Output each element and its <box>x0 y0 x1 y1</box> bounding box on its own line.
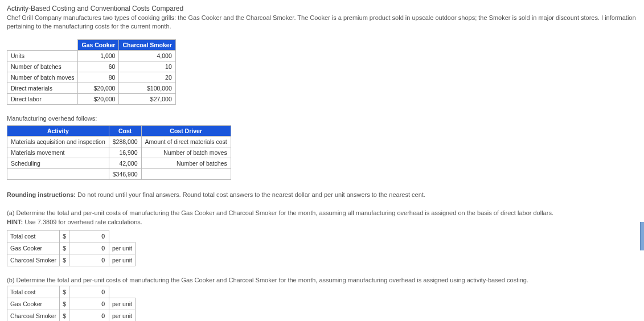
cell-driver: Number of batch moves <box>141 147 231 158</box>
row-total-cost: Total cost <box>7 230 60 242</box>
col-charcoal-smoker: Charcoal Smoker <box>119 39 175 50</box>
overhead-table: Activity Cost Cost Driver Materials acqu… <box>7 125 231 180</box>
col-activity: Activity <box>7 125 109 136</box>
table-row: Charcoal Smoker $ per unit <box>7 310 136 321</box>
row-charcoal-smoker: Charcoal Smoker <box>7 310 60 321</box>
table-row: Number of batch moves 80 20 <box>7 72 176 83</box>
cell-cost: 42,000 <box>109 158 141 168</box>
total-cost-input-b[interactable] <box>72 288 106 296</box>
cell-activity: Scheduling <box>7 158 109 168</box>
cell-value: 20 <box>119 72 175 83</box>
table-row: Number of batches 60 10 <box>7 61 176 72</box>
overhead-heading: Manufacturing overhead follows: <box>7 115 637 122</box>
rounding-instructions: Rounding instructions: Do not round unti… <box>7 191 637 198</box>
problem-description: Chef Grill Company manufactures two type… <box>7 14 637 31</box>
cell-value: $20,000 <box>78 93 119 104</box>
cell-value: $100,000 <box>119 83 175 93</box>
cell-value: $27,000 <box>119 93 175 104</box>
cell-value: 10 <box>119 61 175 72</box>
currency-symbol: $ <box>60 310 69 321</box>
hint-a: HINT: Use 7.3809 for overhead rate calcu… <box>7 219 637 225</box>
table-row: Direct labor $20,000 $27,000 <box>7 93 176 104</box>
row-label: Direct materials <box>7 83 78 93</box>
cell-cost: $288,000 <box>109 136 141 147</box>
row-label: Direct labor <box>7 93 78 104</box>
answer-table-b: Total cost $ Gas Cooker $ per unit Charc… <box>7 286 136 321</box>
cell-activity: Materials acquisition and inspection <box>7 136 109 147</box>
table-row: Gas Cooker $ per unit <box>7 298 136 310</box>
row-label: Number of batch moves <box>7 72 78 83</box>
hint-text: Use 7.3809 for overhead rate calculation… <box>23 219 142 225</box>
table-row: Gas Cooker $ per unit <box>7 242 136 254</box>
rounding-text: Do not round until your final answers. R… <box>76 191 425 198</box>
currency-symbol: $ <box>60 298 69 310</box>
cell-value: 80 <box>78 72 119 83</box>
currency-symbol: $ <box>60 242 69 254</box>
question-a: (a) Determine the total and per-unit cos… <box>7 209 637 216</box>
table-row-total: $346,900 <box>7 168 231 179</box>
cell-driver: Number of batches <box>141 158 231 168</box>
page-title: Activity-Based Costing and Conventional … <box>7 5 637 13</box>
cell-value: $20,000 <box>78 83 119 93</box>
col-gas-cooker: Gas Cooker <box>78 39 119 50</box>
cell-value: 4,000 <box>119 50 175 61</box>
table-row: Materials movement 16,900 Number of batc… <box>7 147 231 158</box>
table-row: Direct materials $20,000 $100,000 <box>7 83 176 93</box>
gas-cooker-input-a[interactable] <box>72 244 106 252</box>
cell-value: 1,000 <box>78 50 119 61</box>
row-gas-cooker: Gas Cooker <box>7 242 60 254</box>
table-row: Charcoal Smoker $ per unit <box>7 254 136 266</box>
hint-label: HINT: <box>7 219 23 225</box>
total-cost-input-a[interactable] <box>72 232 106 240</box>
rounding-label: Rounding instructions: <box>7 191 76 198</box>
cell-total: $346,900 <box>109 168 141 179</box>
per-unit-label: per unit <box>109 242 135 254</box>
table-row: Materials acquisition and inspection $28… <box>7 136 231 147</box>
per-unit-label: per unit <box>109 298 135 310</box>
currency-symbol: $ <box>60 230 69 242</box>
cell-value: 60 <box>78 61 119 72</box>
col-cost-driver: Cost Driver <box>141 125 231 136</box>
table-row: Total cost $ <box>7 286 136 298</box>
right-edge-tab[interactable] <box>640 222 644 250</box>
charcoal-smoker-input-b[interactable] <box>72 312 106 320</box>
row-total-cost: Total cost <box>7 286 60 298</box>
cell-activity: Materials movement <box>7 147 109 158</box>
answer-table-a: Total cost $ Gas Cooker $ per unit Charc… <box>7 230 136 266</box>
row-gas-cooker: Gas Cooker <box>7 298 60 310</box>
currency-symbol: $ <box>60 254 69 266</box>
cell-cost: 16,900 <box>109 147 141 158</box>
row-label: Number of batches <box>7 61 78 72</box>
per-unit-label: per unit <box>109 310 135 321</box>
currency-symbol: $ <box>60 286 69 298</box>
table-row: Total cost $ <box>7 230 136 242</box>
row-charcoal-smoker: Charcoal Smoker <box>7 254 60 266</box>
row-label: Units <box>7 50 78 61</box>
gas-cooker-input-b[interactable] <box>72 300 106 308</box>
col-cost: Cost <box>109 125 141 136</box>
table-row: Scheduling 42,000 Number of batches <box>7 158 231 168</box>
cell-driver: Amount of direct materials cost <box>141 136 231 147</box>
products-table: Gas Cooker Charcoal Smoker Units 1,000 4… <box>7 39 176 105</box>
question-b: (b) Determine the total and per-unit cos… <box>7 277 637 283</box>
per-unit-label: per unit <box>109 254 135 266</box>
table-row: Units 1,000 4,000 <box>7 50 176 61</box>
charcoal-smoker-input-a[interactable] <box>72 256 106 264</box>
